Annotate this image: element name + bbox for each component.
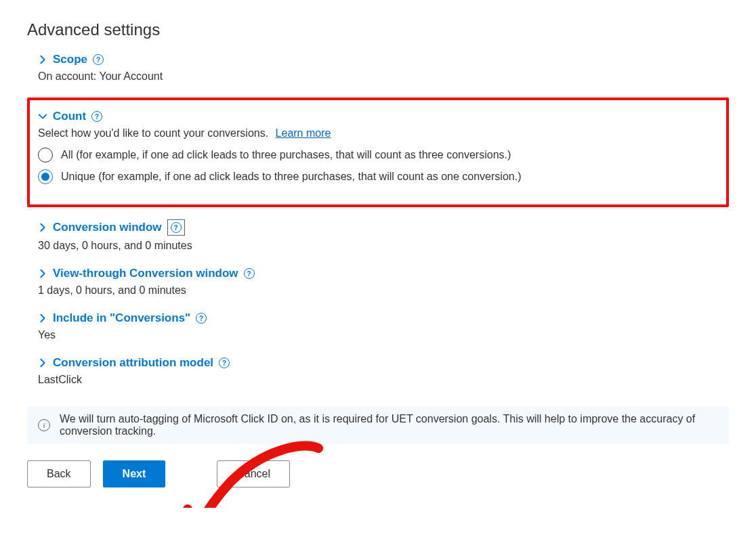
section-conversion-window: Conversion window ? 30 days, 0 hours, an… [27,219,729,252]
section-include-conversions: Include in "Conversions" ? Yes [27,311,729,341]
view-through-value: 1 days, 0 hours, and 0 minutes [38,284,729,297]
page-title: Advanced settings [27,20,729,39]
scope-value: On account: Your Account [38,70,729,83]
conversion-window-value: 30 days, 0 hours, and 0 minutes [38,240,729,252]
attribution-value: LastClick [38,374,729,386]
count-label: Count [53,110,86,123]
radio-option-unique[interactable]: Unique (for example, if one ad click lea… [38,169,718,184]
view-through-header[interactable]: View-through Conversion window ? [38,267,729,280]
section-view-through: View-through Conversion window ? 1 days,… [27,267,729,297]
include-header[interactable]: Include in "Conversions" ? [38,311,729,325]
help-icon[interactable]: ? [93,54,104,65]
radio-icon[interactable] [38,148,53,162]
section-scope: Scope ? On account: Your Account [27,53,729,83]
count-header[interactable]: Count ? [38,110,718,123]
chevron-right-icon [38,223,47,232]
radio-label-all: All (for example, if one ad click leads … [61,149,511,161]
include-value: Yes [38,329,729,341]
radio-label-unique: Unique (for example, if one ad click lea… [61,171,521,183]
count-desc-text: Select how you'd like to count your conv… [38,127,268,139]
include-label: Include in "Conversions" [53,311,190,325]
cancel-button[interactable]: Cancel [217,460,290,487]
scope-label: Scope [53,53,87,66]
chevron-right-icon [38,269,47,278]
section-attribution: Conversion attribution model ? LastClick [27,356,729,386]
chevron-down-icon [38,112,47,121]
help-icon[interactable]: ? [196,313,207,324]
chevron-right-icon [38,358,47,368]
learn-more-link[interactable]: Learn more [276,127,331,139]
scope-header[interactable]: Scope ? [38,53,729,66]
attribution-header[interactable]: Conversion attribution model ? [38,356,729,370]
next-button[interactable]: Next [103,460,166,487]
chevron-right-icon [38,313,47,323]
help-icon[interactable]: ? [91,111,102,122]
conversion-window-label: Conversion window [53,221,162,234]
view-through-label: View-through Conversion window [53,267,238,280]
info-icon: i [38,419,50,431]
radio-icon[interactable] [38,169,53,184]
section-count-highlight: Count ? Select how you'd like to count y… [27,97,729,207]
chevron-right-icon [38,55,47,64]
help-icon[interactable]: ? [219,357,230,368]
radio-option-all[interactable]: All (for example, if one ad click leads … [38,148,718,162]
back-button[interactable]: Back [27,460,91,487]
button-row: Back Next Cancel [27,460,729,487]
info-banner: i We will turn auto-tagging of Microsoft… [27,406,729,444]
conversion-window-header[interactable]: Conversion window ? [38,219,729,236]
attribution-label: Conversion attribution model [53,356,213,370]
info-banner-text: We will turn auto-tagging of Microsoft C… [60,413,718,437]
help-icon-boxed[interactable]: ? [167,219,185,236]
help-icon[interactable]: ? [244,268,255,279]
count-description: Select how you'd like to count your conv… [38,127,718,139]
